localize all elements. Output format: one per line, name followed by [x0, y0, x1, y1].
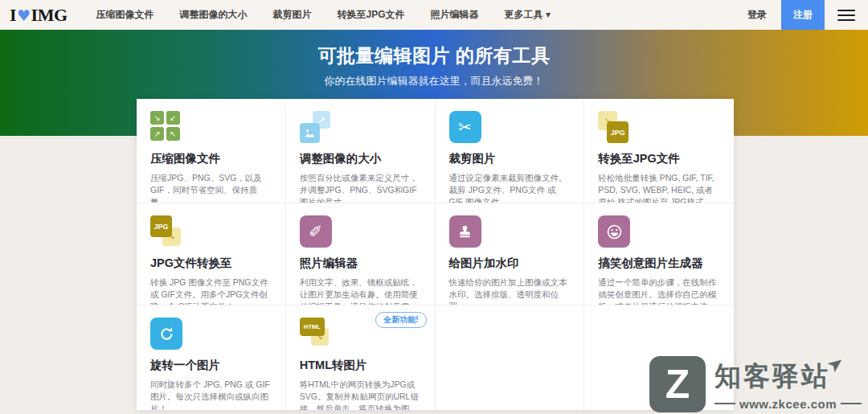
convert-to-jpg-icon: ↘JPG — [598, 111, 721, 145]
crop-icon: ✂ — [449, 111, 571, 145]
watermark-stamp-icon — [449, 215, 571, 249]
tool-card[interactable]: 旋转一个图片 同时旋转多个 JPG, PNG 或 GIF 图片。每次只选择横向或… — [137, 305, 286, 410]
logo-text-img: IMG — [31, 5, 68, 26]
hero-subtitle: 你的在线图片编辑器就在这里，而且永远免费！ — [0, 74, 868, 88]
login-button[interactable]: 登录 — [733, 8, 781, 22]
tool-description: 利用文字、效果、镜框或贴纸，让图片更加生动有趣。使用简便的编辑工具，满足你的创意… — [300, 277, 422, 305]
tools-grid: ↘↙↗↖ 压缩图像文件 压缩JPG、PNG、SVG，以及GIF，同时节省空间、保… — [137, 99, 734, 410]
auth-area: 登录 注册 — [733, 0, 868, 30]
tool-title: HTML转图片 — [300, 358, 422, 373]
tool-title: 转换至JPG文件 — [598, 151, 721, 166]
empty-cell — [436, 305, 585, 410]
tool-card[interactable]: 搞笑创意图片生成器 通过一个简单的步骤，在线制作搞笑创意图片。选择你自己的模板，… — [584, 203, 734, 305]
resize-icon: ↗ — [300, 111, 422, 145]
tool-card[interactable]: ✂ 裁剪图片 通过设定像素来裁剪图像文件。裁剪 JPG文件、PNG文件 或 GI… — [436, 99, 585, 203]
site-logo[interactable]: I♥IMG — [10, 5, 68, 26]
watermark-site-url: www.zkcee.com — [739, 397, 837, 411]
tool-title: 给图片加水印 — [449, 256, 571, 271]
tool-description: 通过设定像素来裁剪图像文件。裁剪 JPG文件、PNG文件 或 GIF 图像文件。 — [449, 172, 571, 203]
tool-title: 旋转一个图片 — [150, 358, 272, 373]
nav-item-0[interactable]: 压缩图像文件 — [96, 8, 154, 22]
meme-generator-icon — [598, 215, 721, 249]
nav-item-2[interactable]: 裁剪图片 — [273, 8, 312, 22]
photo-editor-icon: ✐ — [300, 215, 422, 249]
nav-item-3[interactable]: 转换至JPG文件 — [338, 8, 405, 22]
tools-panel: ↘↙↗↖ 压缩图像文件 压缩JPG、PNG、SVG，以及GIF，同时节省空间、保… — [137, 99, 734, 410]
logo-text-i: I — [10, 5, 16, 26]
tool-title: JPG文件转换至 — [150, 256, 272, 271]
hero-title: 可批量编辑图片 的所有工具 — [0, 43, 868, 68]
tool-card[interactable]: 全新功能! HTML↘ HTML转图片 将HTML中的网页转换为JPG或SVG。… — [286, 305, 436, 410]
main-nav: 压缩图像文件调整图像的大小裁剪图片转换至JPG文件照片编辑器更多工具 ▾ — [96, 8, 551, 22]
tool-description: 快速给你的图片加上图像或文本水印。选择排版、透明度和位置。 — [449, 277, 571, 305]
nav-item-1[interactable]: 调整图像的大小 — [180, 8, 248, 22]
rotate-icon — [150, 318, 272, 351]
tool-title: 压缩图像文件 — [150, 151, 272, 166]
tool-description: 转换 JPG 图像文件至 PNG文件 或 GIF文件。用多个JPG文件创建一个 … — [150, 277, 272, 305]
tool-card[interactable]: ↘JPG 转换至JPG文件 轻松地批量转换 PNG, GIF, TIF, PSD… — [584, 99, 734, 203]
tool-card[interactable]: ✐ 照片编辑器 利用文字、效果、镜框或贴纸，让图片更加生动有趣。使用简便的编辑工… — [286, 203, 436, 305]
tool-title: 照片编辑器 — [300, 256, 422, 271]
tool-title: 搞笑创意图片生成器 — [598, 256, 721, 271]
tool-description: 同时旋转多个 JPG, PNG 或 GIF 图片。每次只选择横向或纵向图片！ — [150, 379, 272, 410]
watermark-site-name: 知客驿站 — [714, 359, 830, 395]
tool-title: 调整图像的大小 — [300, 151, 422, 166]
top-navbar: I♥IMG 压缩图像文件调整图像的大小裁剪图片转换至JPG文件照片编辑器更多工具… — [0, 0, 868, 30]
watermark-logo: Z — [649, 356, 706, 412]
hamburger-menu-icon[interactable] — [837, 10, 855, 21]
tool-description: 压缩JPG、PNG、SVG，以及GIF，同时节省空间、保持质量。 — [150, 172, 272, 203]
compress-icon: ↘↙↗↖ — [150, 111, 272, 145]
nav-item-5[interactable]: 更多工具 ▾ — [505, 8, 551, 22]
register-button[interactable]: 注册 — [781, 0, 825, 30]
nav-item-4[interactable]: 照片编辑器 — [431, 8, 479, 22]
tool-description: 通过一个简单的步骤，在线制作搞笑创意图片。选择你自己的模板，或者从最流行的模板中… — [598, 277, 721, 305]
tool-description: 轻松地批量转换 PNG, GIF, TIF, PSD, SVG, WEBP, H… — [598, 172, 721, 203]
site-watermark: Z 知客驿站 www.zkcee.com — [649, 356, 862, 412]
tool-card[interactable]: ↗ 调整图像的大小 按照百分比或像素来定义尺寸，并调整JPG、PNG、SVG和G… — [286, 99, 436, 203]
jpg-to-other-icon: JPG↘ — [150, 215, 272, 249]
tool-card[interactable]: JPG↘ JPG文件转换至 转换 JPG 图像文件至 PNG文件 或 GIF文件… — [137, 203, 286, 305]
tool-card[interactable]: 给图片加水印 快速给你的图片加上图像或文本水印。选择排版、透明度和位置。 — [436, 203, 585, 305]
tool-description: 按照百分比或像素来定义尺寸，并调整JPG、PNG、SVG和GIF图片的尺寸。 — [300, 172, 422, 203]
heart-icon: ♥ — [17, 6, 31, 24]
new-feature-badge: 全新功能! — [375, 312, 426, 328]
tool-title: 裁剪图片 — [449, 151, 571, 166]
tool-card[interactable]: ↘↙↗↖ 压缩图像文件 压缩JPG、PNG、SVG，以及GIF，同时节省空间、保… — [137, 99, 286, 203]
tool-description: 将HTML中的网页转换为JPG或SVG。复制并粘贴网页的URL链接，然后单击，将… — [300, 379, 422, 410]
